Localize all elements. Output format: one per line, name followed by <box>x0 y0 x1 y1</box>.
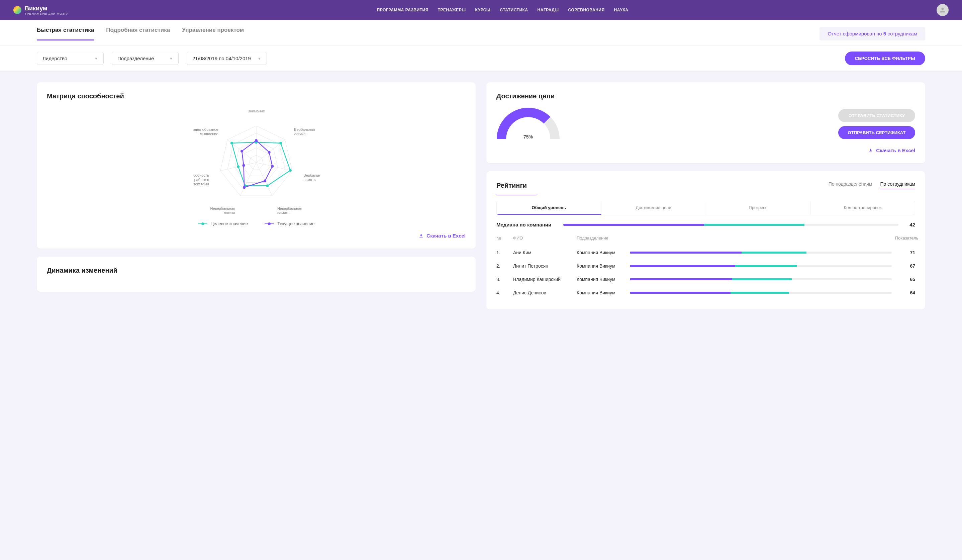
subtab-goal[interactable]: Достижение цели <box>601 201 706 215</box>
logo-title: Викиум <box>25 5 69 12</box>
reset-filters-button[interactable]: СБРОСИТЬ ВСЕ ФИЛЬТРЫ <box>845 52 925 65</box>
goal-download-link[interactable]: Скачать в Excel <box>496 147 915 153</box>
chevron-down-icon: ▼ <box>258 56 261 61</box>
svg-point-21 <box>255 139 258 142</box>
table-row[interactable]: 1. Ани Ким Компания Викиум 71 <box>496 246 915 259</box>
svg-point-25 <box>243 186 245 189</box>
table-row[interactable]: 2. Лилит Петросян Компания Викиум 67 <box>496 259 915 273</box>
matrix-card: Матрица способностей ВниманиеВербальнаял… <box>37 82 476 249</box>
logo-icon <box>13 6 21 14</box>
nav-trainers[interactable]: ТРЕНАЖЕРЫ <box>438 8 466 12</box>
median-row: Медиана по компании 42 <box>496 222 915 228</box>
svg-text:Вербально-логическая: Вербально-логическая <box>303 173 320 177</box>
svg-point-18 <box>237 165 239 168</box>
svg-text:память: память <box>303 178 316 182</box>
ratings-tab-departments[interactable]: По подразделениям <box>828 181 872 189</box>
subtab-trainings[interactable]: Кол-во тренировок <box>810 201 915 215</box>
ratings-subtabs: Общий уровень Достижение цели Прогресс К… <box>496 201 915 215</box>
tab-quick-stats[interactable]: Быстрая статистика <box>37 27 94 40</box>
radar-chart: ВниманиеВербальнаялогикаВербально-логиче… <box>47 107 466 215</box>
nav-competitions[interactable]: СОРЕВНОВАНИЯ <box>568 8 605 12</box>
filter-department[interactable]: Подразделение ▼ <box>112 52 179 65</box>
svg-point-22 <box>268 151 271 153</box>
tab-detailed-stats[interactable]: Подробная статистика <box>106 27 170 40</box>
filter-leadership-label: Лидерство <box>42 55 67 61</box>
svg-marker-12 <box>232 142 291 186</box>
main-nav: ПРОГРАММА РАЗВИТИЯ ТРЕНАЖЕРЫ КУРСЫ СТАТИ… <box>377 8 628 12</box>
svg-point-26 <box>242 164 245 167</box>
logo[interactable]: Викиум ТРЕНАЖЕРЫ ДЛЯ МОЗГА <box>13 5 69 15</box>
svg-point-14 <box>279 142 282 145</box>
report-banner: Отчет сформирован по 5 сотрудникам <box>820 27 925 40</box>
goal-gauge: 75% <box>496 107 560 141</box>
table-row[interactable]: 4. Денис Денисов Компания Викиум 64 <box>496 286 915 299</box>
svg-text:Невербальная: Невербальная <box>277 207 302 210</box>
user-icon <box>939 6 946 14</box>
svg-text:логика: логика <box>294 132 306 136</box>
ratings-table-header: № ФИО Подразделение Показатель <box>496 236 915 240</box>
matrix-title: Матрица способностей <box>47 92 466 100</box>
logo-subtitle: ТРЕНАЖЕРЫ ДЛЯ МОЗГА <box>25 12 69 15</box>
table-row[interactable]: 3. Владимир Каширский Компания Викиум 65 <box>496 273 915 286</box>
svg-point-27 <box>240 150 243 153</box>
svg-text:логика: логика <box>224 211 236 215</box>
goal-card: Достижение цели 75% ОТПРАВИТЬ СТАТИСТИКУ… <box>486 82 925 163</box>
legend-current: Текущее значение <box>265 221 315 226</box>
chevron-down-icon: ▼ <box>169 56 173 61</box>
nav-program[interactable]: ПРОГРАММА РАЗВИТИЯ <box>377 8 428 12</box>
svg-point-16 <box>266 184 269 187</box>
nav-awards[interactable]: НАГРАДЫ <box>537 8 559 12</box>
matrix-download-link[interactable]: Скачать в Excel <box>47 233 466 239</box>
tab-project-mgmt[interactable]: Управление проектом <box>182 27 244 40</box>
dynamics-card: Динамика изменений <box>37 257 476 292</box>
svg-text:Невербальная: Невербальная <box>210 207 236 210</box>
ratings-title: Рейтинги <box>496 182 527 189</box>
ratings-tab-employees[interactable]: По сотрудникам <box>880 181 915 189</box>
svg-point-23 <box>271 165 274 168</box>
page-tabs: Быстрая статистика Подробная статистика … <box>37 27 244 40</box>
svg-text:мышление: мышление <box>200 132 218 136</box>
chevron-down-icon: ▼ <box>94 56 98 61</box>
svg-point-15 <box>289 169 292 172</box>
filter-daterange-label: 21/08/2019 по 04/10/2019 <box>192 55 251 61</box>
subtab-progress[interactable]: Прогресс <box>706 201 811 215</box>
radar-legend: Целевое значение Текущее значение <box>47 221 466 226</box>
svg-point-24 <box>263 180 266 182</box>
legend-target: Целевое значение <box>198 221 248 226</box>
download-icon <box>868 148 873 153</box>
nav-courses[interactable]: КУРСЫ <box>475 8 491 12</box>
ratings-card: Рейтинги По подразделениям По сотрудника… <box>486 171 925 310</box>
send-stats-button: ОТПРАВИТЬ СТАТИСТИКУ <box>838 109 915 122</box>
svg-text:текстами: текстами <box>193 182 209 186</box>
goal-title: Достижение цели <box>496 92 915 100</box>
download-icon <box>418 233 424 239</box>
svg-text:Наглядно-образное: Наглядно-образное <box>193 127 218 131</box>
nav-science[interactable]: НАУКА <box>614 8 628 12</box>
svg-text:к работе с: к работе с <box>193 178 209 182</box>
svg-text:Способность: Способность <box>193 173 209 177</box>
filter-daterange[interactable]: 21/08/2019 по 04/10/2019 ▼ <box>187 52 267 65</box>
subtab-overall[interactable]: Общий уровень <box>497 201 601 215</box>
svg-text:память: память <box>277 211 290 215</box>
nav-stats[interactable]: СТАТИСТИКА <box>500 8 528 12</box>
send-cert-button[interactable]: ОТПРАВИТЬ СЕРТИФИКАТ <box>838 126 915 139</box>
dynamics-title: Динамика изменений <box>47 266 466 274</box>
filter-department-label: Подразделение <box>118 55 154 61</box>
svg-marker-20 <box>242 140 272 187</box>
svg-text:Вербальная: Вербальная <box>294 127 315 131</box>
svg-text:Внимание: Внимание <box>247 109 265 113</box>
filter-leadership[interactable]: Лидерство ▼ <box>37 52 104 65</box>
svg-line-8 <box>256 163 272 196</box>
svg-point-19 <box>231 142 233 145</box>
avatar[interactable] <box>936 4 949 16</box>
